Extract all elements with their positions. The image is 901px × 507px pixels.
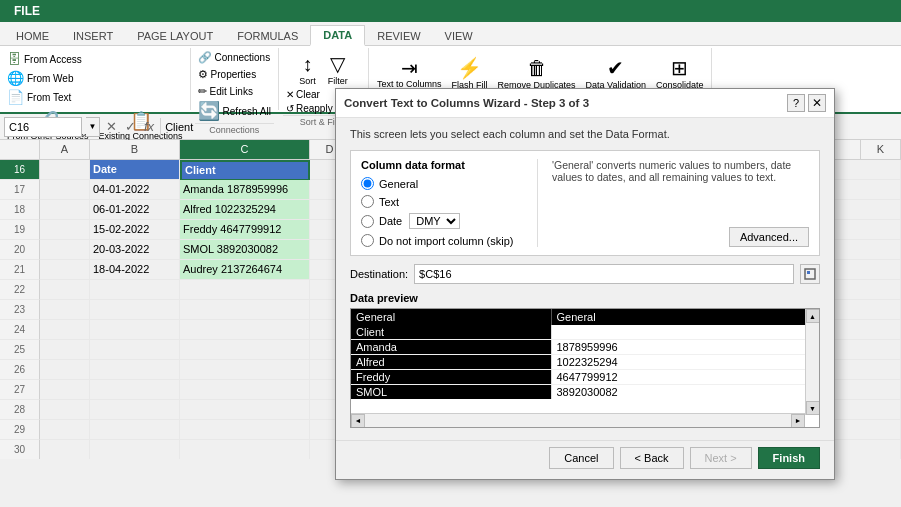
row-header-cell[interactable]: 16 bbox=[0, 160, 40, 180]
row-header-cell[interactable]: 25 bbox=[0, 340, 40, 360]
cell[interactable]: 20-03-2022 bbox=[90, 240, 180, 260]
dialog-close-button[interactable]: ✕ bbox=[808, 94, 826, 112]
cell[interactable] bbox=[180, 440, 310, 459]
row-header-cell[interactable]: 26 bbox=[0, 360, 40, 380]
tab-review[interactable]: REVIEW bbox=[365, 27, 432, 45]
cell[interactable] bbox=[90, 400, 180, 420]
col-header-b[interactable]: B bbox=[90, 140, 180, 159]
tab-formulas[interactable]: FORMULAS bbox=[225, 27, 310, 45]
format-general-option[interactable]: General bbox=[361, 177, 521, 190]
tab-home[interactable]: HOME bbox=[4, 27, 61, 45]
advanced-button[interactable]: Advanced... bbox=[729, 227, 809, 247]
cell[interactable]: 15-02-2022 bbox=[90, 220, 180, 240]
cell[interactable]: Client bbox=[180, 160, 310, 180]
next-button[interactable]: Next > bbox=[690, 447, 752, 469]
cell[interactable] bbox=[40, 320, 90, 340]
cancel-button[interactable]: Cancel bbox=[549, 447, 613, 469]
format-date-option[interactable]: Date DMYMDYYMD bbox=[361, 213, 521, 229]
cell[interactable] bbox=[90, 420, 180, 440]
preview-hscroll-left[interactable]: ◄ bbox=[351, 414, 365, 428]
filter-button[interactable]: ▽ Filter bbox=[324, 50, 352, 88]
tab-data[interactable]: DATA bbox=[310, 25, 365, 46]
cell[interactable] bbox=[180, 300, 310, 320]
destination-input[interactable] bbox=[414, 264, 794, 284]
back-button[interactable]: < Back bbox=[620, 447, 684, 469]
cell[interactable] bbox=[40, 260, 90, 280]
cell[interactable] bbox=[90, 360, 180, 380]
row-header-cell[interactable]: 18 bbox=[0, 200, 40, 220]
cell[interactable] bbox=[40, 360, 90, 380]
format-text-option[interactable]: Text bbox=[361, 195, 521, 208]
cell[interactable] bbox=[40, 440, 90, 459]
cell[interactable] bbox=[40, 220, 90, 240]
tab-insert[interactable]: INSERT bbox=[61, 27, 125, 45]
from-text-button[interactable]: 📄 From Text bbox=[4, 88, 186, 106]
cell[interactable]: Audrey 2137264674 bbox=[180, 260, 310, 280]
tab-view[interactable]: VIEW bbox=[433, 27, 485, 45]
preview-hscroll-right[interactable]: ► bbox=[791, 414, 805, 428]
cell[interactable] bbox=[90, 340, 180, 360]
col-header-c[interactable]: C bbox=[180, 140, 310, 159]
cell[interactable] bbox=[90, 440, 180, 459]
cell[interactable] bbox=[180, 400, 310, 420]
cell[interactable] bbox=[90, 380, 180, 400]
cell[interactable] bbox=[180, 340, 310, 360]
row-header-cell[interactable]: 28 bbox=[0, 400, 40, 420]
from-web-button[interactable]: 🌐 From Web bbox=[4, 69, 186, 87]
cell[interactable] bbox=[40, 340, 90, 360]
cell[interactable] bbox=[180, 280, 310, 300]
cell[interactable] bbox=[40, 200, 90, 220]
row-header-cell[interactable]: 17 bbox=[0, 180, 40, 200]
remove-dupes-button[interactable]: 🗑 Remove Duplicates bbox=[493, 55, 579, 92]
cell[interactable] bbox=[40, 280, 90, 300]
name-box-dropdown[interactable]: ▼ bbox=[86, 117, 100, 137]
connections-button[interactable]: 🔗 Connections bbox=[195, 50, 274, 65]
format-general-radio[interactable] bbox=[361, 177, 374, 190]
cell[interactable]: 06-01-2022 bbox=[90, 200, 180, 220]
cell[interactable] bbox=[40, 420, 90, 440]
cell[interactable]: 04-01-2022 bbox=[90, 180, 180, 200]
cell[interactable] bbox=[180, 380, 310, 400]
row-header-cell[interactable]: 19 bbox=[0, 220, 40, 240]
formula-verify-confirm[interactable]: ✓ bbox=[123, 119, 138, 134]
cell[interactable]: Amanda 1878959996 bbox=[180, 180, 310, 200]
from-access-button[interactable]: 🗄 From Access bbox=[4, 50, 186, 68]
text-to-columns-button[interactable]: ⇥ Text to Columns bbox=[373, 54, 446, 92]
cell[interactable]: Freddy 4647799912 bbox=[180, 220, 310, 240]
data-validation-button[interactable]: ✔ Data Validation bbox=[582, 54, 650, 92]
cell[interactable] bbox=[40, 180, 90, 200]
cell[interactable] bbox=[40, 160, 90, 180]
cell[interactable] bbox=[180, 420, 310, 440]
properties-button[interactable]: ⚙ Properties bbox=[195, 67, 274, 82]
row-header-cell[interactable]: 27 bbox=[0, 380, 40, 400]
row-header-cell[interactable]: 22 bbox=[0, 280, 40, 300]
edit-links-button[interactable]: ✏ Edit Links bbox=[195, 84, 274, 99]
row-header-cell[interactable]: 21 bbox=[0, 260, 40, 280]
row-header-cell[interactable]: 30 bbox=[0, 440, 40, 459]
cell[interactable] bbox=[40, 240, 90, 260]
cell[interactable]: Alfred 1022325294 bbox=[180, 200, 310, 220]
row-header-cell[interactable]: 23 bbox=[0, 300, 40, 320]
dialog-help-button[interactable]: ? bbox=[787, 94, 805, 112]
row-header-cell[interactable]: 29 bbox=[0, 420, 40, 440]
row-header-cell[interactable]: 24 bbox=[0, 320, 40, 340]
format-text-radio[interactable] bbox=[361, 195, 374, 208]
cell[interactable] bbox=[180, 320, 310, 340]
cell[interactable]: 18-04-2022 bbox=[90, 260, 180, 280]
format-skip-option[interactable]: Do not import column (skip) bbox=[361, 234, 521, 247]
formula-verify-cancel[interactable]: ✕ bbox=[104, 119, 119, 134]
destination-picker-button[interactable] bbox=[800, 264, 820, 284]
sort-button[interactable]: ↕ Sort bbox=[295, 51, 320, 88]
preview-scroll-up[interactable]: ▲ bbox=[806, 309, 820, 323]
file-tab[interactable]: FILE bbox=[0, 0, 54, 22]
cell[interactable] bbox=[90, 320, 180, 340]
cell[interactable]: Date bbox=[90, 160, 180, 180]
flash-fill-button[interactable]: ⚡ Flash Fill bbox=[447, 54, 491, 92]
consolidate-button[interactable]: ⊞ Consolidate bbox=[652, 54, 708, 92]
cell[interactable] bbox=[40, 300, 90, 320]
name-box[interactable]: C16 bbox=[4, 117, 82, 137]
cell[interactable] bbox=[40, 400, 90, 420]
format-date-radio[interactable] bbox=[361, 215, 374, 228]
cell[interactable] bbox=[180, 360, 310, 380]
preview-scroll-down[interactable]: ▼ bbox=[806, 401, 820, 415]
